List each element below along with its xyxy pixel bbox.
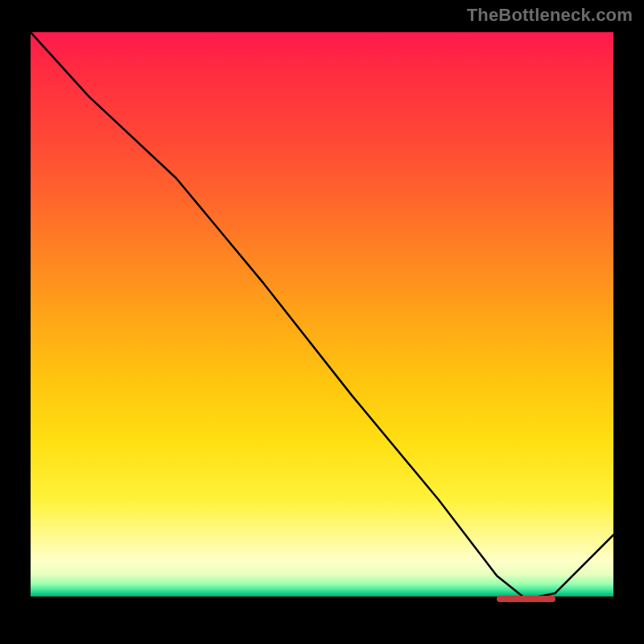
curve-svg	[31, 32, 613, 617]
watermark-text: TheBottleneck.com	[467, 5, 633, 26]
optimal-range-marker	[497, 596, 555, 602]
plot-area	[31, 32, 613, 617]
plot-outer-border	[24, 27, 620, 623]
bottleneck-curve	[31, 32, 613, 599]
chart-frame: TheBottleneck.com	[0, 0, 644, 644]
